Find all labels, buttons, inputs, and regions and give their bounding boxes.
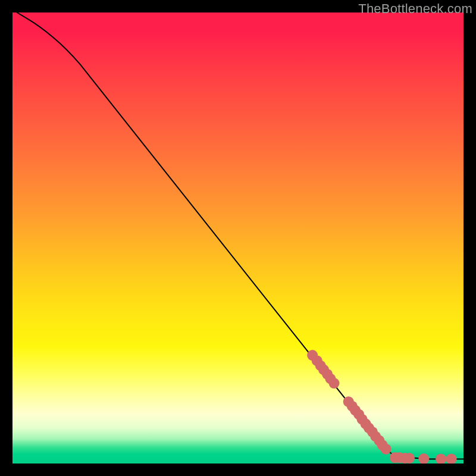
curve-line (17, 12, 464, 459)
data-marker (381, 444, 392, 455)
data-marker (446, 453, 457, 464)
data-marker (436, 453, 446, 464)
chart-frame: TheBottleneck.com (0, 0, 476, 476)
chart-svg (12, 12, 464, 464)
marker-group (307, 350, 456, 464)
data-marker (418, 453, 429, 464)
data-marker (404, 453, 415, 464)
watermark-text: TheBottleneck.com (358, 1, 472, 17)
plot-area (12, 12, 464, 464)
data-marker (329, 378, 340, 389)
